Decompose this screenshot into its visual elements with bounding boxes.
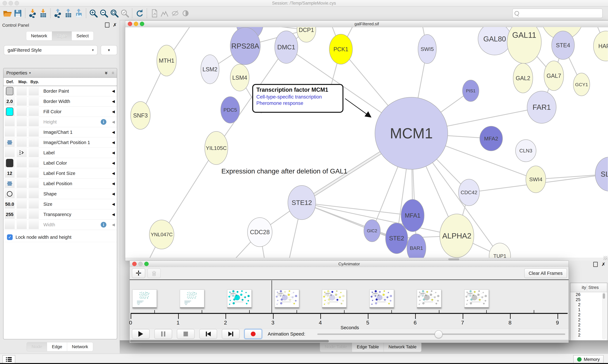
- default-value-cell[interactable]: 12: [5, 169, 15, 178]
- search-all-button[interactable]: [159, 8, 170, 18]
- annotation-link[interactable]: Pheromone response: [256, 100, 343, 106]
- memory-button[interactable]: Memory: [573, 355, 604, 364]
- default-value-cell[interactable]: [5, 189, 15, 198]
- mapping-cell[interactable]: [17, 138, 27, 147]
- property-row-width[interactable]: Widthi◀: [3, 220, 117, 230]
- bypass-cell[interactable]: [29, 87, 39, 95]
- property-row-label-color[interactable]: Label Color◀: [3, 158, 117, 168]
- mapping-cell[interactable]: [17, 159, 27, 168]
- bypass-cell[interactable]: [29, 179, 39, 188]
- frame-thumbnail-0[interactable]: [132, 289, 157, 308]
- cyanimator-timeline[interactable]: Seconds 0123456789: [130, 280, 568, 329]
- collapse-all-icon[interactable]: »: [110, 71, 116, 75]
- frame-thumbnail-1[interactable]: [180, 289, 204, 308]
- skip-start-button[interactable]: [199, 329, 217, 339]
- default-value-cell[interactable]: [5, 87, 15, 95]
- bypass-cell[interactable]: [29, 128, 39, 137]
- edge-yil105c-ynl047c[interactable]: [162, 148, 216, 234]
- table-cell[interactable]: 2: [570, 317, 601, 323]
- mapping-cell[interactable]: [17, 97, 27, 106]
- property-row-image-chart-position-1[interactable]: Image/Chart Position 1◀: [3, 137, 117, 148]
- close-panel-icon[interactable]: ✗: [113, 23, 117, 27]
- style-selector[interactable]: galFiltered Style ▾: [4, 45, 97, 55]
- bypass-cell[interactable]: [29, 189, 39, 198]
- stop-button[interactable]: [177, 329, 194, 339]
- column-header[interactable]: Stres: [588, 285, 599, 290]
- zoom-fit-button[interactable]: [109, 8, 120, 18]
- mapping-cell[interactable]: [17, 210, 27, 219]
- table-cell[interactable]: 2: [570, 323, 601, 328]
- table-cell[interactable]: 26: [570, 292, 601, 297]
- frame-thumbnail-7[interactable]: [464, 289, 489, 308]
- mapping-cell[interactable]: [17, 87, 27, 95]
- resize-grip-icon[interactable]: [603, 256, 608, 260]
- import-table-button[interactable]: [38, 8, 48, 18]
- zoom-selected-button[interactable]: [120, 8, 130, 18]
- mapping-cell[interactable]: [17, 117, 27, 126]
- table-vscrollbar[interactable]: [602, 293, 606, 339]
- property-row-label[interactable]: Label◀: [3, 148, 117, 158]
- expand-row-icon[interactable]: ◀: [110, 181, 117, 186]
- info-icon[interactable]: i: [101, 222, 106, 228]
- expand-row-icon[interactable]: ◀: [110, 99, 117, 104]
- clear-all-frames-button[interactable]: Clear All Frames: [524, 268, 567, 278]
- bypass-cell[interactable]: [29, 117, 39, 126]
- table-cell[interactable]: 2: [570, 312, 601, 317]
- expand-row-icon[interactable]: ◀: [110, 192, 117, 196]
- export-image-button[interactable]: [73, 8, 84, 18]
- mapping-cell[interactable]: [17, 200, 27, 208]
- properties-header[interactable]: Properties ▾ » »: [3, 68, 117, 78]
- table-cell[interactable]: 2: [570, 302, 601, 307]
- mapping-cell[interactable]: [17, 220, 27, 229]
- expand-row-icon[interactable]: ◀: [110, 212, 117, 217]
- mapping-cell[interactable]: [17, 148, 27, 157]
- info-icon[interactable]: i: [101, 119, 106, 125]
- bypass-cell[interactable]: [29, 220, 39, 229]
- animation-speed-knob[interactable]: [435, 330, 442, 338]
- export-table-button[interactable]: [63, 8, 73, 18]
- tab-edge-table[interactable]: Edge Table: [352, 342, 384, 352]
- property-row-image-chart-1[interactable]: Image/Chart 1◀: [3, 127, 117, 137]
- node-table-header[interactable]: ity Stres: [570, 283, 607, 292]
- default-value-cell[interactable]: [5, 159, 15, 168]
- close-panel-icon[interactable]: ✗: [602, 262, 606, 266]
- tab-style[interactable]: Style: [52, 31, 71, 40]
- mapping-cell[interactable]: [17, 189, 27, 198]
- property-row-border-paint[interactable]: Border Paint◀: [3, 86, 117, 96]
- network-window-titlebar[interactable]: galFiltered.sif: [125, 21, 608, 27]
- property-row-height[interactable]: Heighti◀: [3, 117, 117, 127]
- mapping-cell[interactable]: [17, 128, 27, 137]
- open-folder-button[interactable]: [2, 8, 13, 18]
- property-row-size[interactable]: 50.0Size◀: [3, 199, 117, 209]
- default-value-cell[interactable]: [5, 107, 15, 116]
- tab-select[interactable]: Select: [71, 31, 94, 40]
- lock-size-checkbox[interactable]: ✓: [7, 234, 13, 240]
- default-value-cell[interactable]: [5, 117, 15, 126]
- property-row-border-width[interactable]: 2.0Border Width◀: [3, 96, 117, 106]
- expand-row-icon[interactable]: ◀: [110, 151, 117, 155]
- property-row-transparency[interactable]: 255Transparency◀: [3, 209, 117, 220]
- zoom-out-button[interactable]: [99, 8, 109, 18]
- record-button[interactable]: [244, 329, 262, 339]
- style-options-button[interactable]: ▾: [101, 45, 117, 55]
- tab-network[interactable]: Network: [67, 342, 93, 351]
- bypass-cell[interactable]: [29, 169, 39, 178]
- expand-row-icon[interactable]: ◀: [110, 130, 117, 134]
- task-history-button[interactable]: [2, 355, 15, 364]
- annotation-box[interactable]: Transcription factor MCM1 Cell-type-spec…: [252, 84, 344, 113]
- table-cell[interactable]: 2: [570, 333, 601, 338]
- expand-row-icon[interactable]: ◀: [110, 202, 117, 206]
- cyanimator-hscrollbar[interactable]: [130, 340, 568, 342]
- snapshot-button[interactable]: [149, 8, 159, 18]
- bypass-cell[interactable]: [29, 107, 39, 116]
- hide-details-button[interactable]: [170, 8, 180, 18]
- search-box[interactable]: [512, 9, 603, 18]
- play-button[interactable]: [132, 329, 150, 339]
- delete-frame-button[interactable]: [147, 268, 161, 278]
- expand-row-icon[interactable]: ◀: [110, 222, 117, 227]
- annotation-link[interactable]: Cell-type-specific transcription: [256, 94, 343, 100]
- property-row-fill-color[interactable]: Fill Color◀: [3, 106, 117, 117]
- refresh-button[interactable]: [134, 8, 145, 18]
- frame-thumbnail-2[interactable]: [227, 289, 252, 308]
- frame-thumbnail-4[interactable]: [322, 289, 346, 308]
